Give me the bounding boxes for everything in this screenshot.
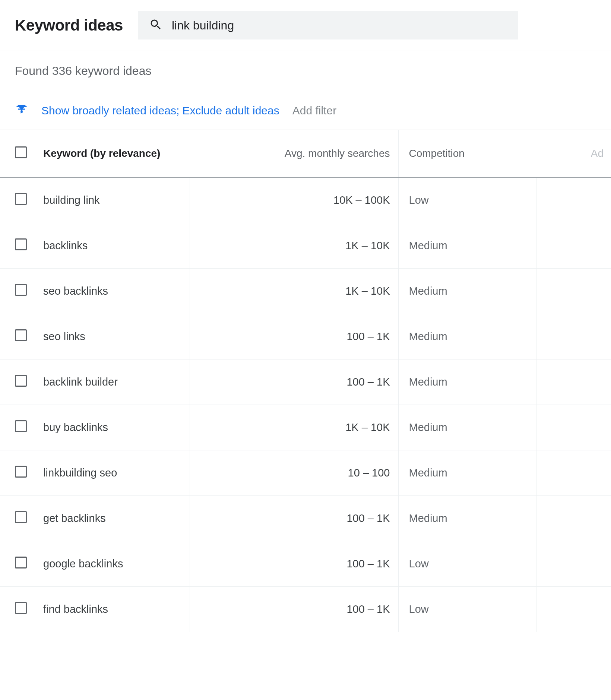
- row-checkbox[interactable]: [15, 557, 27, 568]
- row-checkbox[interactable]: [15, 284, 27, 296]
- row-ad: [536, 405, 611, 450]
- table-row: seo backlinks1K – 10KMedium: [0, 269, 611, 314]
- row-competition: Medium: [398, 269, 536, 314]
- row-checkbox[interactable]: [15, 375, 27, 387]
- row-checkbox[interactable]: [15, 193, 27, 205]
- row-checkbox[interactable]: [15, 511, 27, 523]
- row-check-cell: [0, 314, 35, 359]
- row-check-cell: [0, 496, 35, 541]
- row-check-cell: [0, 269, 35, 314]
- row-ad: [536, 496, 611, 541]
- table-header-row: Keyword (by relevance) Avg. monthly sear…: [0, 130, 611, 178]
- filter-bar: Show broadly related ideas; Exclude adul…: [0, 91, 611, 130]
- row-keyword: google backlinks: [35, 541, 190, 587]
- search-input[interactable]: [172, 19, 507, 32]
- row-ad: [536, 223, 611, 269]
- row-avg-searches: 100 – 1K: [190, 314, 398, 359]
- row-avg-searches: 100 – 1K: [190, 541, 398, 587]
- table-row: linkbuilding seo10 – 100Medium: [0, 450, 611, 496]
- row-avg-searches: 10 – 100: [190, 450, 398, 496]
- row-competition: Medium: [398, 450, 536, 496]
- row-ad: [536, 450, 611, 496]
- row-competition: Medium: [398, 405, 536, 450]
- table-row: find backlinks100 – 1KLow: [0, 587, 611, 632]
- row-keyword: backlink builder: [35, 359, 190, 405]
- row-checkbox[interactable]: [15, 420, 27, 432]
- row-check-cell: [0, 450, 35, 496]
- column-keyword[interactable]: Keyword (by relevance): [35, 130, 190, 178]
- header: Keyword ideas: [0, 0, 611, 51]
- applied-filters-link[interactable]: Show broadly related ideas; Exclude adul…: [41, 104, 279, 117]
- row-check-cell: [0, 178, 35, 223]
- row-avg-searches: 10K – 100K: [190, 178, 398, 223]
- row-keyword: seo links: [35, 314, 190, 359]
- table-row: get backlinks100 – 1KMedium: [0, 496, 611, 541]
- row-competition: Medium: [398, 359, 536, 405]
- row-check-cell: [0, 405, 35, 450]
- table-row: buy backlinks1K – 10KMedium: [0, 405, 611, 450]
- row-competition: Low: [398, 587, 536, 632]
- search-box[interactable]: [138, 11, 518, 39]
- table-row: building link10K – 100KLow: [0, 178, 611, 223]
- row-avg-searches: 1K – 10K: [190, 405, 398, 450]
- row-competition: Low: [398, 541, 536, 587]
- row-checkbox[interactable]: [15, 466, 27, 478]
- row-keyword: seo backlinks: [35, 269, 190, 314]
- row-check-cell: [0, 587, 35, 632]
- row-avg-searches: 1K – 10K: [190, 269, 398, 314]
- column-competition[interactable]: Competition: [398, 130, 536, 178]
- row-checkbox[interactable]: [15, 329, 27, 341]
- row-ad: [536, 587, 611, 632]
- column-ad[interactable]: Ad: [536, 130, 611, 178]
- row-competition: Medium: [398, 314, 536, 359]
- row-avg-searches: 100 – 1K: [190, 359, 398, 405]
- table-row: backlink builder100 – 1KMedium: [0, 359, 611, 405]
- page-title: Keyword ideas: [15, 16, 123, 34]
- row-keyword: buy backlinks: [35, 405, 190, 450]
- row-keyword: get backlinks: [35, 496, 190, 541]
- row-checkbox[interactable]: [15, 602, 27, 614]
- table-row: google backlinks100 – 1KLow: [0, 541, 611, 587]
- search-icon: [149, 18, 162, 33]
- row-checkbox[interactable]: [15, 238, 27, 250]
- table-row: seo links100 – 1KMedium: [0, 314, 611, 359]
- table-row: backlinks1K – 10KMedium: [0, 223, 611, 269]
- keyword-table: Keyword (by relevance) Avg. monthly sear…: [0, 130, 611, 632]
- row-competition: Medium: [398, 496, 536, 541]
- results-count: Found 336 keyword ideas: [0, 51, 611, 91]
- row-check-cell: [0, 541, 35, 587]
- select-all-header: [0, 130, 35, 178]
- row-ad: [536, 178, 611, 223]
- row-competition: Medium: [398, 223, 536, 269]
- filter-icon[interactable]: [15, 102, 28, 118]
- row-avg-searches: 100 – 1K: [190, 496, 398, 541]
- row-avg-searches: 100 – 1K: [190, 587, 398, 632]
- row-avg-searches: 1K – 10K: [190, 223, 398, 269]
- row-keyword: linkbuilding seo: [35, 450, 190, 496]
- row-keyword: building link: [35, 178, 190, 223]
- select-all-checkbox[interactable]: [15, 146, 27, 158]
- row-ad: [536, 314, 611, 359]
- row-check-cell: [0, 359, 35, 405]
- row-check-cell: [0, 223, 35, 269]
- row-competition: Low: [398, 178, 536, 223]
- row-ad: [536, 269, 611, 314]
- column-avg-searches[interactable]: Avg. monthly searches: [190, 130, 398, 178]
- row-ad: [536, 541, 611, 587]
- row-keyword: backlinks: [35, 223, 190, 269]
- row-keyword: find backlinks: [35, 587, 190, 632]
- row-ad: [536, 359, 611, 405]
- add-filter-button[interactable]: Add filter: [292, 104, 336, 117]
